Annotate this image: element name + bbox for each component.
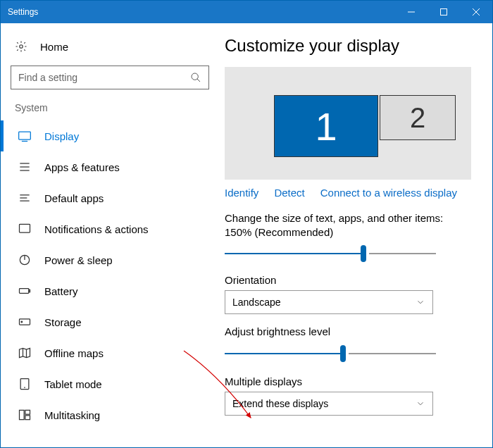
multitasking-icon — [18, 408, 32, 422]
search-input[interactable]: Find a setting — [11, 66, 209, 89]
slider-track-empty — [369, 253, 436, 254]
nav-label: Default apps — [44, 192, 104, 204]
svg-rect-27 — [25, 410, 30, 414]
maximize-icon — [440, 8, 447, 15]
nav-item-tablet-mode[interactable]: Tablet mode — [1, 368, 219, 399]
svg-rect-15 — [20, 224, 30, 232]
nav-label: Notifications & actions — [44, 223, 149, 235]
map-icon — [18, 346, 32, 360]
minimize-button[interactable] — [395, 1, 428, 23]
display-icon — [18, 129, 32, 143]
multiple-displays-label: Multiple displays — [225, 375, 471, 387]
search-placeholder: Find a setting — [18, 72, 77, 83]
nav-item-offline-maps[interactable]: Offline maps — [1, 337, 219, 368]
svg-rect-26 — [20, 410, 25, 419]
svg-line-6 — [197, 79, 200, 82]
nav-item-default-apps[interactable]: Default apps — [1, 182, 219, 213]
window-title: Settings — [8, 7, 38, 17]
slider-track-filled — [225, 353, 343, 354]
display-preview[interactable]: 1 2 — [225, 67, 471, 180]
svg-point-4 — [20, 45, 23, 49]
svg-rect-28 — [25, 416, 30, 420]
chevron-down-icon — [416, 399, 425, 409]
sidebar: Home Find a setting System Display Apps … — [1, 23, 219, 447]
svg-point-21 — [21, 321, 23, 323]
main-content: Customize your display 1 2 Identify Dete… — [219, 23, 492, 447]
nav-label: Power & sleep — [44, 254, 113, 266]
detect-link[interactable]: Detect — [274, 187, 304, 199]
nav-label: Battery — [44, 285, 78, 297]
home-button[interactable]: Home — [1, 35, 219, 66]
nav-list: Display Apps & features Default apps Not… — [1, 120, 219, 430]
section-label: System — [1, 102, 219, 120]
close-icon — [473, 8, 480, 15]
monitor-1[interactable]: 1 — [274, 95, 378, 157]
monitor-2[interactable]: 2 — [380, 95, 456, 140]
brightness-label: Adjust brightness level — [225, 325, 471, 337]
svg-rect-19 — [29, 290, 30, 292]
slider-thumb[interactable] — [361, 245, 366, 262]
battery-icon — [18, 284, 32, 298]
nav-item-battery[interactable]: Battery — [1, 275, 219, 306]
nav-item-notifications[interactable]: Notifications & actions — [1, 213, 219, 244]
maximize-button[interactable] — [428, 1, 460, 23]
nav-item-power-sleep[interactable]: Power & sleep — [1, 244, 219, 275]
nav-item-storage[interactable]: Storage — [1, 306, 219, 337]
nav-label: Multitasking — [44, 409, 100, 421]
notifications-icon — [18, 222, 32, 236]
nav-item-display[interactable]: Display — [1, 120, 219, 151]
power-icon — [18, 253, 32, 267]
scale-slider[interactable] — [225, 242, 436, 266]
tablet-icon — [18, 377, 32, 391]
default-apps-icon — [18, 191, 32, 205]
scale-text: Change the size of text, apps, and other… — [225, 211, 471, 240]
slider-thumb[interactable] — [340, 345, 346, 362]
page-title: Customize your display — [225, 36, 471, 56]
gear-icon — [15, 40, 27, 53]
orientation-dropdown[interactable]: Landscape — [225, 290, 433, 314]
orientation-label: Orientation — [225, 274, 471, 286]
svg-rect-7 — [19, 132, 31, 139]
svg-rect-1 — [441, 9, 447, 15]
nav-label: Apps & features — [44, 161, 120, 173]
title-bar: Settings — [1, 1, 492, 23]
slider-track-empty — [349, 353, 436, 354]
storage-icon — [18, 315, 32, 329]
minimize-icon — [408, 8, 415, 15]
nav-label: Tablet mode — [44, 378, 102, 390]
window-body: Home Find a setting System Display Apps … — [1, 23, 492, 447]
nav-item-multitasking[interactable]: Multitasking — [1, 399, 219, 430]
window-controls — [395, 1, 492, 23]
nav-item-apps-features[interactable]: Apps & features — [1, 151, 219, 182]
identify-link[interactable]: Identify — [225, 187, 258, 199]
chevron-down-icon — [416, 297, 425, 307]
orientation-value: Landscape — [232, 297, 281, 308]
nav-label: Display — [44, 130, 79, 142]
nav-label: Storage — [44, 316, 82, 328]
settings-window: Settings Home Find a setting — [0, 0, 493, 448]
preview-actions: Identify Detect Connect to a wireless di… — [225, 187, 471, 199]
brightness-slider[interactable] — [225, 342, 436, 366]
svg-point-5 — [192, 73, 198, 80]
svg-rect-18 — [20, 289, 29, 294]
home-label: Home — [40, 41, 68, 53]
multiple-displays-value: Extend these displays — [232, 398, 328, 409]
nav-label: Offline maps — [44, 347, 104, 359]
search-icon — [190, 72, 201, 83]
apps-icon — [18, 160, 32, 174]
multiple-displays-dropdown[interactable]: Extend these displays — [225, 392, 433, 416]
slider-track-filled — [225, 253, 363, 254]
close-button[interactable] — [460, 1, 492, 23]
connect-wireless-link[interactable]: Connect to a wireless display — [320, 187, 457, 199]
